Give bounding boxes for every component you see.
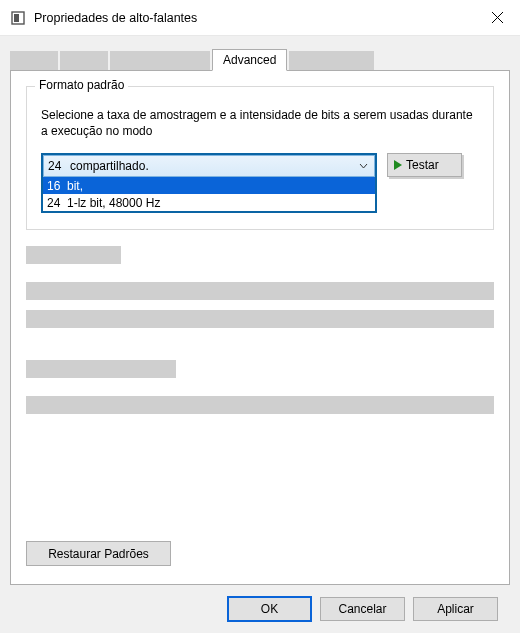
dialog-body: Advanced Formato padrão Selecione a taxa… bbox=[0, 36, 520, 633]
tab-placeholder[interactable] bbox=[10, 51, 58, 70]
combo-dropdown-list: 16 bit, 24 1-lz bit, 48000 Hz bbox=[43, 177, 375, 211]
apply-button-label: Aplicar bbox=[437, 602, 474, 616]
titlebar: Propriedades de alto-falantes bbox=[0, 0, 520, 36]
tab-placeholder[interactable] bbox=[289, 51, 374, 70]
apply-button[interactable]: Aplicar bbox=[413, 597, 498, 621]
placeholder-block bbox=[26, 282, 494, 300]
combo-text: compartilhado. bbox=[68, 159, 352, 173]
restore-button-label: Restaurar Padrões bbox=[48, 547, 149, 561]
combo-option[interactable]: 16 bit, bbox=[43, 177, 375, 194]
combo-option[interactable]: 24 1-lz bit, 48000 Hz bbox=[43, 194, 375, 211]
combo-display[interactable]: 24 compartilhado. bbox=[43, 155, 375, 177]
combo-row: 24 compartilhado. 16 bit, bbox=[41, 153, 479, 213]
option-text: 1-lz bit, 48000 Hz bbox=[67, 196, 160, 210]
placeholder-block bbox=[26, 310, 494, 328]
group-description: Selecione a taxa de amostragem e a inten… bbox=[41, 107, 479, 139]
close-icon bbox=[492, 12, 503, 23]
cancel-button-label: Cancelar bbox=[338, 602, 386, 616]
ok-button-label: OK bbox=[261, 602, 278, 616]
test-button[interactable]: Testar bbox=[387, 153, 462, 177]
placeholder-block bbox=[26, 246, 121, 264]
restore-defaults-button[interactable]: Restaurar Padrões bbox=[26, 541, 171, 566]
close-button[interactable] bbox=[474, 0, 520, 36]
play-icon bbox=[394, 160, 402, 170]
test-button-label: Testar bbox=[406, 158, 439, 172]
window-title: Propriedades de alto-falantes bbox=[34, 11, 474, 25]
tab-placeholder[interactable] bbox=[60, 51, 108, 70]
svg-rect-1 bbox=[14, 14, 19, 22]
default-format-group: Formato padrão Selecione a taxa de amost… bbox=[26, 86, 494, 230]
option-prefix: 24 bbox=[47, 196, 67, 210]
tab-strip: Advanced bbox=[10, 48, 510, 70]
group-legend: Formato padrão bbox=[35, 78, 128, 92]
combo-prefix: 24 bbox=[48, 159, 68, 173]
chevron-down-icon bbox=[352, 156, 374, 176]
format-combo[interactable]: 24 compartilhado. 16 bit, bbox=[41, 153, 377, 213]
dialog-footer: OK Cancelar Aplicar bbox=[10, 585, 510, 633]
option-prefix: 16 bbox=[47, 179, 67, 193]
tab-advanced[interactable]: Advanced bbox=[212, 49, 287, 71]
tab-panel: Formato padrão Selecione a taxa de amost… bbox=[10, 70, 510, 585]
cancel-button[interactable]: Cancelar bbox=[320, 597, 405, 621]
dialog-window: Propriedades de alto-falantes Advanced F… bbox=[0, 0, 520, 633]
placeholder-block bbox=[26, 360, 176, 378]
ok-button[interactable]: OK bbox=[227, 596, 312, 622]
app-icon bbox=[10, 10, 26, 26]
placeholder-block bbox=[26, 396, 494, 414]
tab-placeholder[interactable] bbox=[110, 51, 210, 70]
option-text: bit, bbox=[67, 179, 83, 193]
